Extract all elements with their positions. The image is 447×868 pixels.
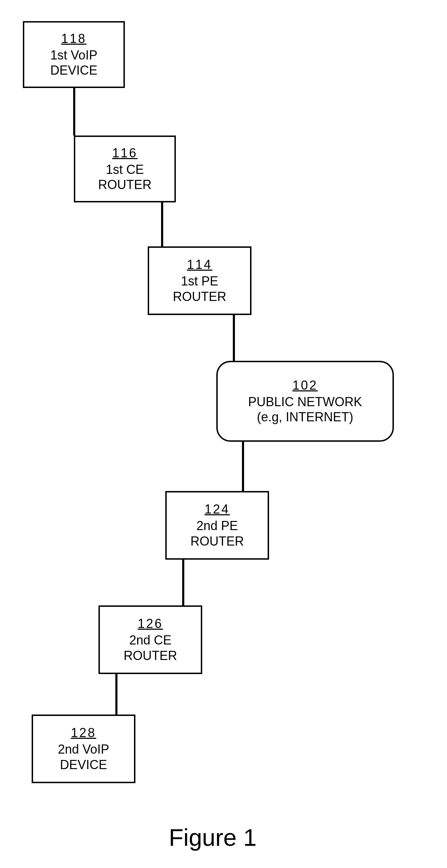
node-1st-pe-router: 114 1st PE ROUTER [148, 246, 251, 315]
node-1st-ce-router: 116 1st CE ROUTER [74, 136, 176, 202]
connector [161, 202, 163, 246]
node-label: 1st PE ROUTER [173, 273, 226, 304]
connector [182, 560, 184, 605]
figure-caption: Figure 1 [169, 824, 256, 851]
node-label: 1st CE ROUTER [98, 162, 152, 192]
node-ref: 118 [61, 31, 87, 46]
node-1st-voip-device: 118 1st VoIP DEVICE [23, 21, 125, 88]
node-label: 1st VoIP DEVICE [50, 48, 97, 78]
node-ref: 114 [187, 257, 212, 272]
node-ref: 102 [292, 378, 318, 393]
node-2nd-ce-router: 126 2nd CE ROUTER [98, 605, 202, 674]
node-2nd-voip-device: 128 2nd VoIP DEVICE [32, 715, 135, 783]
node-label: 2nd VoIP DEVICE [58, 742, 109, 772]
node-label: PUBLIC NETWORK (e.g, INTERNET) [248, 394, 362, 424]
connector [233, 315, 235, 361]
node-2nd-pe-router: 124 2nd PE ROUTER [165, 491, 269, 560]
connector [73, 88, 75, 136]
node-ref: 116 [112, 146, 138, 161]
node-ref: 128 [71, 725, 96, 740]
node-public-network: 102 PUBLIC NETWORK (e.g, INTERNET) [216, 361, 394, 442]
node-ref: 126 [138, 616, 163, 631]
node-label: 2nd PE ROUTER [191, 518, 244, 548]
connector [242, 442, 244, 491]
node-label: 2nd CE ROUTER [124, 633, 177, 663]
node-ref: 124 [204, 502, 230, 517]
connector [115, 674, 117, 715]
